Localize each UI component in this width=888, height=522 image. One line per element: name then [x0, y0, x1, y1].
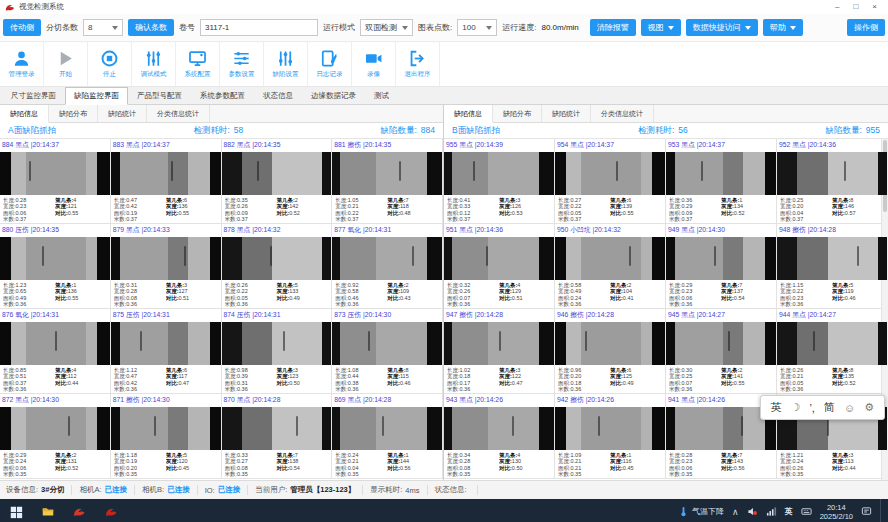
clear-alarm-button[interactable]: 清除报警	[590, 19, 636, 36]
touch-keyboard-icon[interactable]	[801, 506, 812, 517]
toolbar-item-log[interactable]: 日志记录	[308, 42, 352, 86]
status-label: 当前用户:	[255, 485, 287, 495]
minimize-button[interactable]: –	[835, 3, 839, 11]
ime-punct[interactable]: ’,	[809, 402, 815, 414]
show-desktop-button[interactable]	[880, 499, 885, 522]
defect-cell[interactable]: 951 黑点 |20:14:36长度:0.32宽度:0.26面积:0.07米数:…	[444, 224, 555, 309]
view-menu-button[interactable]: 视图	[641, 19, 681, 36]
toolbar-item-monitor[interactable]: 系统配置	[176, 42, 220, 86]
a-sub-tab-2[interactable]: 缺陷分布	[49, 105, 98, 122]
caption-field: 对比:0.44	[832, 465, 884, 472]
help-menu-button[interactable]: 帮助	[763, 19, 803, 36]
network-icon[interactable]	[766, 506, 777, 517]
b-sub-tab-2[interactable]: 缺陷分布	[493, 105, 542, 122]
defect-cell[interactable]: 952 黑点 |20:14:36长度:0.25宽度:0.20面积:0.04米数:…	[777, 139, 888, 224]
caption-field: 第几条:3	[499, 197, 551, 204]
defect-cell[interactable]: 877 氧化 |20:14:31长度:0.92宽度:0.58面积:0.46米数:…	[332, 224, 443, 309]
defect-cell[interactable]: 874 压伤 |20:14:31长度:0.98宽度:0.39面积:0.31米数:…	[222, 309, 333, 394]
defect-cell-header: 952 黑点 |20:14:36	[777, 139, 887, 152]
confirm-count-button[interactable]: 确认条数	[128, 19, 174, 36]
start-button[interactable]	[0, 499, 32, 522]
volume-icon[interactable]	[747, 506, 758, 517]
caption-field: 宽度:0.22	[780, 288, 832, 295]
run-mode-select[interactable]: 双面检测	[360, 19, 413, 36]
defect-cell[interactable]: 871 擦伤 |20:14:30长度:1.18宽度:0.19面积:0.20米数:…	[111, 394, 222, 479]
defect-cell[interactable]: 947 擦伤 |20:14:28长度:1.02宽度:0.18面积:0.17米数:…	[444, 309, 555, 394]
ime-indicator[interactable]: 英	[785, 506, 793, 517]
operator-side-button[interactable]: 操作侧	[847, 19, 885, 36]
toolbar-item-play[interactable]: 开始	[44, 42, 88, 86]
quick-access-menu-button[interactable]: 数据快捷访问	[686, 19, 758, 36]
b-sub-tab-4[interactable]: 分类信息统计	[591, 105, 654, 122]
b-sub-tab-3[interactable]: 缺陷统计	[542, 105, 591, 122]
defect-cell[interactable]: 873 压伤 |20:14:30长度:1.08宽度:0.44面积:0.38米数:…	[332, 309, 443, 394]
caption-right-column: 第几条:2灰度:104对比:0.41	[610, 282, 662, 308]
ime-settings-icon[interactable]: ⚙	[864, 401, 874, 414]
taskbar-clock[interactable]: 20:14 2025/2/10	[820, 503, 853, 521]
defect-cell[interactable]: 944 黑点 |20:14:27长度:0.26宽度:0.21面积:0.05米数:…	[777, 309, 888, 394]
defect-cell[interactable]: 875 压伤 |20:14:31长度:1.12宽度:0.47面积:0.42米数:…	[111, 309, 222, 394]
defect-cell[interactable]: 879 黑点 |20:14:33长度:0.31宽度:0.28面积:0.08米数:…	[111, 224, 222, 309]
toolbar-item-user[interactable]: 管理登录	[0, 42, 44, 86]
defect-cell[interactable]: 954 黑点 |20:14:37长度:0.27宽度:0.22面积:0.05米数:…	[555, 139, 666, 224]
toolbar-item-levels[interactable]: 缺陷设置	[264, 42, 308, 86]
defect-cell[interactable]: 881 擦伤 |20:14:35长度:1.05宽度:0.21面积:0.22米数:…	[332, 139, 443, 224]
roll-number-input[interactable]	[200, 19, 318, 36]
defect-cell[interactable]: 880 压伤 |20:14:35长度:1.23宽度:0.65面积:0.49米数:…	[0, 224, 111, 309]
defect-cell[interactable]: 946 擦伤 |20:14:28长度:0.96宽度:0.20面积:0.18米数:…	[555, 309, 666, 394]
defect-cell[interactable]: 948 擦伤 |20:14:28长度:1.15宽度:0.22面积:0.23米数:…	[777, 224, 888, 309]
file-explorer-icon[interactable]	[32, 499, 64, 522]
main-tab-3[interactable]: 产品型号配置	[128, 87, 191, 105]
main-tab-7[interactable]: 测试	[365, 87, 398, 105]
defect-cell[interactable]: 943 黑点 |20:14:26长度:0.34宽度:0.28面积:0.08米数:…	[444, 394, 555, 479]
defect-cell[interactable]: 949 黑点 |20:14:30长度:0.29宽度:0.23面积:0.06米数:…	[666, 224, 777, 309]
inspection-app-icon[interactable]	[64, 499, 96, 522]
b-sub-tab-1[interactable]: 缺陷信息	[444, 105, 493, 123]
ime-lang[interactable]: 英	[771, 400, 782, 415]
caption-field: 长度:1.08	[335, 367, 387, 374]
toolbar-item-stop[interactable]: 停止	[88, 42, 132, 86]
caption-field: 对比:0.48	[387, 210, 439, 217]
main-tab-1[interactable]: 尺寸监控界面	[2, 87, 65, 105]
a-sub-tab-4[interactable]: 分类信息统计	[147, 105, 210, 122]
maximize-button[interactable]: □	[853, 3, 858, 11]
a-sub-tab-3[interactable]: 缺陷统计	[98, 105, 147, 122]
ime-moon-icon[interactable]: ☽	[791, 401, 801, 414]
main-tab-2[interactable]: 缺陷监控界面	[65, 87, 128, 105]
split-count-select[interactable]: 8	[83, 19, 123, 36]
defect-mark	[257, 161, 259, 181]
defect-cell[interactable]: 882 黑点 |20:14:35长度:0.35宽度:0.26面积:0.09米数:…	[222, 139, 333, 224]
caption-field: 灰度:129	[499, 288, 551, 295]
caption-right-column: 第几条:7灰度:137对比:0.54	[721, 282, 773, 308]
defect-mark	[741, 416, 743, 436]
inspection-app-icon-2[interactable]	[96, 499, 128, 522]
ime-emoji-icon[interactable]: ☺	[844, 402, 855, 414]
toolbar-item-params[interactable]: 参数设置	[220, 42, 264, 86]
defect-cell[interactable]: 945 黑点 |20:14:27长度:0.30宽度:0.25面积:0.07米数:…	[666, 309, 777, 394]
defect-cell[interactable]: 872 黑点 |20:14:30长度:0.29宽度:0.24面积:0.06米数:…	[0, 394, 111, 479]
defect-cell[interactable]: 869 黑点 |20:14:28长度:0.24宽度:0.21面积:0.04米数:…	[332, 394, 443, 479]
main-tab-4[interactable]: 系统参数配置	[191, 87, 254, 105]
main-tab-5[interactable]: 状态信息	[254, 87, 302, 105]
a-sub-tab-1[interactable]: 缺陷信息	[0, 105, 49, 123]
weather-ticker[interactable]: 气温下降	[678, 506, 724, 517]
defect-cell[interactable]: 876 氧化 |20:14:31长度:0.85宽度:0.51面积:0.37米数:…	[0, 309, 111, 394]
toolbar-item-exit[interactable]: 退出程序	[396, 42, 440, 86]
toolbar-item-camera[interactable]: 录像	[352, 42, 396, 86]
close-button[interactable]: ×	[872, 3, 877, 11]
chart-points-select[interactable]: 100	[457, 19, 497, 36]
defect-cell[interactable]: 942 擦伤 |20:14:26长度:1.09宽度:0.21面积:0.21米数:…	[555, 394, 666, 479]
toolbar-item-debug[interactable]: 调试模式	[132, 42, 176, 86]
ime-simplified[interactable]: 简	[824, 400, 835, 415]
main-tab-6[interactable]: 边缘数据记录	[302, 87, 365, 105]
defect-cell[interactable]: 883 黑点 |20:14:37长度:0.47宽度:0.42面积:0.19米数:…	[111, 139, 222, 224]
defect-cell[interactable]: 878 黑点 |20:14:32长度:0.26宽度:0.22面积:0.05米数:…	[222, 224, 333, 309]
defect-cell[interactable]: 950 小凹坑 |20:14:32长度:0.58宽度:0.49面积:0.24米数…	[555, 224, 666, 309]
tray-chevron-up-icon[interactable]: ∧	[732, 507, 739, 517]
defect-cell[interactable]: 884 黑点 |20:14:37长度:0.28宽度:0.23面积:0.06米数:…	[0, 139, 111, 224]
defect-cell[interactable]: 953 黑点 |20:14:37长度:0.36宽度:0.29面积:0.09米数:…	[666, 139, 777, 224]
defect-cell[interactable]: 955 黑点 |20:14:39长度:0.41宽度:0.33面积:0.12米数:…	[444, 139, 555, 224]
defect-cell[interactable]: 870 黑点 |20:14:28长度:0.33宽度:0.27面积:0.08米数:…	[222, 394, 333, 479]
action-center-icon[interactable]	[861, 506, 872, 517]
drive-side-button[interactable]: 传动侧	[3, 19, 41, 36]
